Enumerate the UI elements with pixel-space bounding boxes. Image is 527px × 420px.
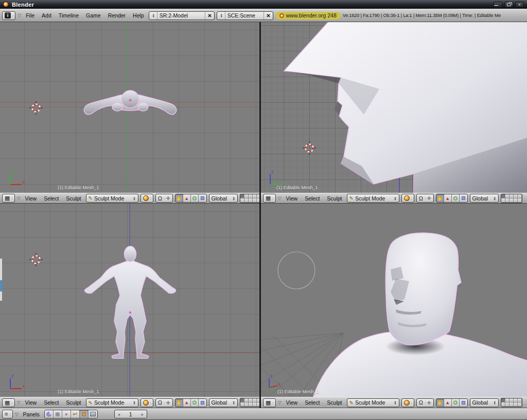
view-menu[interactable]: View xyxy=(284,195,301,202)
translate-toggle[interactable]: ▲ xyxy=(444,194,452,202)
3d-viewport-top-left[interactable]: y x (1) Editable Mesh_1 xyxy=(0,22,259,193)
orientation-dropdown[interactable]: Global ▲▼ xyxy=(209,398,238,407)
rotate-toggle[interactable] xyxy=(452,399,460,407)
collapse-menus-icon[interactable]: ▽ xyxy=(278,196,282,201)
viewport-header-bottom-left: ▦ : ▽ View Select Sculpt ✎ Sculpt Mode ▲… xyxy=(0,397,259,408)
view-menu[interactable]: View xyxy=(23,399,40,406)
shading-context-button[interactable]: ● xyxy=(62,410,71,418)
manipulator-toggles: ✋ ▲ xyxy=(436,398,468,407)
blender-logo-icon xyxy=(3,2,9,7)
draw-type-button[interactable]: : xyxy=(140,398,153,407)
scale-toggle[interactable] xyxy=(460,194,467,202)
layer-buttons[interactable] xyxy=(240,398,259,407)
collapse-menus-icon[interactable]: ▽ xyxy=(17,196,21,201)
mode-dropdown[interactable]: ✎ Sculpt Mode ▲▼ xyxy=(86,194,138,203)
3d-viewport-bottom-left[interactable]: z x (1) Editable Mesh_1 xyxy=(0,204,259,397)
sculpt-menu[interactable]: Sculpt xyxy=(63,399,83,406)
close-button[interactable]: × xyxy=(515,2,524,8)
mode-dropdown[interactable]: ✎ Sculpt Mode ▲▼ xyxy=(86,398,138,407)
menu-add[interactable]: Add xyxy=(39,12,54,19)
object-context-button[interactable]: ↩ xyxy=(71,410,80,418)
view-menu[interactable]: View xyxy=(284,399,301,406)
editing-context-button[interactable] xyxy=(80,410,89,418)
pivot-button[interactable]: Ω : ✛ xyxy=(416,398,434,407)
pivot-button[interactable]: Ω : ✛ xyxy=(155,194,173,203)
layer-buttons[interactable] xyxy=(501,194,522,203)
draw-type-button[interactable]: : xyxy=(140,194,153,203)
scale-toggle[interactable] xyxy=(460,399,467,407)
menu-file[interactable]: File xyxy=(23,12,37,19)
viewport-type-button[interactable]: ▦ : xyxy=(2,194,15,203)
viewport-type-button[interactable]: ▦ : xyxy=(263,398,276,407)
sculpt-menu[interactable]: Sculpt xyxy=(324,399,344,406)
mode-dropdown[interactable]: ✎ Sculpt Mode ▲▼ xyxy=(347,398,399,407)
menu-timeline[interactable]: Timeline xyxy=(56,12,81,19)
updown-arrows-icon: ▲▼ xyxy=(133,400,136,405)
viewport-type-button[interactable]: ▦ : xyxy=(2,398,15,407)
viewport-type-button[interactable]: ▦ : xyxy=(263,194,276,203)
select-menu[interactable]: Select xyxy=(41,399,61,406)
draw-type-button[interactable]: : xyxy=(401,194,414,203)
orientation-dropdown[interactable]: Global ▲▼ xyxy=(470,398,499,407)
draw-type-button[interactable]: : xyxy=(401,398,414,407)
select-menu[interactable]: Select xyxy=(302,195,322,202)
updown-arrows-icon: ▲▼ xyxy=(220,13,223,17)
3d-viewport-top-right[interactable]: z y (1) Editable Mesh_1 xyxy=(261,22,527,193)
scene-selector[interactable]: ▲▼ SCE:Scene ✕ xyxy=(217,11,273,20)
restore-button[interactable] xyxy=(504,2,513,8)
top-menubar: i : ▽ File Add Timeline Game Render Help… xyxy=(0,9,527,22)
blender-org-link[interactable]: www.blender.org 248 xyxy=(275,12,341,20)
3d-viewport-bottom-right[interactable]: z x (1) Editable Mesh_1 xyxy=(261,204,527,397)
sculpt-menu[interactable]: Sculpt xyxy=(63,195,83,202)
orientation-dropdown[interactable]: Global ▲▼ xyxy=(209,194,238,203)
mode-dropdown[interactable]: ✎ Sculpt Mode ▲▼ xyxy=(347,194,399,203)
collapse-menus-icon[interactable]: ▽ xyxy=(15,412,19,417)
window-type-button[interactable]: i : xyxy=(2,11,15,20)
logic-icon xyxy=(46,412,51,417)
scene-close-icon[interactable]: ✕ xyxy=(264,12,272,20)
editing-icon xyxy=(82,412,86,416)
orientation-dropdown[interactable]: Global ▲▼ xyxy=(470,194,499,203)
select-menu[interactable]: Select xyxy=(302,399,322,406)
manipulator-hand-toggle[interactable]: ✋ xyxy=(175,194,183,202)
axis-gizmo: y x xyxy=(10,169,25,185)
script-context-button[interactable]: ▩ xyxy=(54,410,62,418)
sculpt-menu[interactable]: Sculpt xyxy=(324,195,344,202)
rotate-toggle[interactable] xyxy=(191,399,199,407)
collapse-menus-icon[interactable]: ▽ xyxy=(278,400,282,405)
frame-next-button[interactable]: ▸ xyxy=(138,412,147,417)
translate-toggle[interactable]: ▲ xyxy=(183,194,191,202)
viewport-label: (1) Editable Mesh_1 xyxy=(277,389,319,394)
minimize-button[interactable] xyxy=(494,2,502,8)
viewport-label: (1) Editable Mesh_1 xyxy=(276,185,318,190)
panels-menu[interactable]: Panels xyxy=(21,411,42,417)
scale-toggle[interactable] xyxy=(199,399,206,407)
manipulator-hand-toggle[interactable]: ✋ xyxy=(175,399,183,407)
rotate-toggle[interactable] xyxy=(452,194,460,202)
screen-selector[interactable]: ▲▼ SR:2-Model ✕ xyxy=(149,11,215,20)
collapse-menus-icon[interactable]: ▽ xyxy=(17,13,21,18)
collapse-menus-icon[interactable]: ▽ xyxy=(17,400,21,405)
menu-render[interactable]: Render xyxy=(106,12,128,19)
pivot-button[interactable]: Ω : ✛ xyxy=(155,398,173,407)
screen-close-icon[interactable]: ✕ xyxy=(205,12,214,20)
translate-toggle[interactable]: ▲ xyxy=(444,399,452,407)
view-menu[interactable]: View xyxy=(23,195,40,202)
select-menu[interactable]: Select xyxy=(41,195,61,202)
dropdown-colon: : xyxy=(150,400,151,405)
menu-game[interactable]: Game xyxy=(83,12,103,19)
scene-context-button[interactable] xyxy=(89,410,97,418)
manipulator-hand-toggle[interactable]: ✋ xyxy=(436,194,444,202)
layer-buttons[interactable] xyxy=(240,194,259,203)
frame-prev-button[interactable]: ◂ xyxy=(115,412,123,417)
translate-toggle[interactable]: ▲ xyxy=(183,399,191,407)
dropdown-colon: : xyxy=(11,196,12,200)
layer-buttons[interactable] xyxy=(501,398,522,407)
pivot-button[interactable]: Ω : ✛ xyxy=(416,194,434,203)
rotate-toggle[interactable] xyxy=(191,194,199,202)
manipulator-hand-toggle[interactable]: ✋ xyxy=(436,399,444,407)
logic-context-button[interactable] xyxy=(45,410,54,418)
scale-toggle[interactable] xyxy=(199,194,206,202)
menu-help[interactable]: Help xyxy=(130,12,147,19)
window-type-button[interactable]: ≡ : xyxy=(2,410,13,418)
